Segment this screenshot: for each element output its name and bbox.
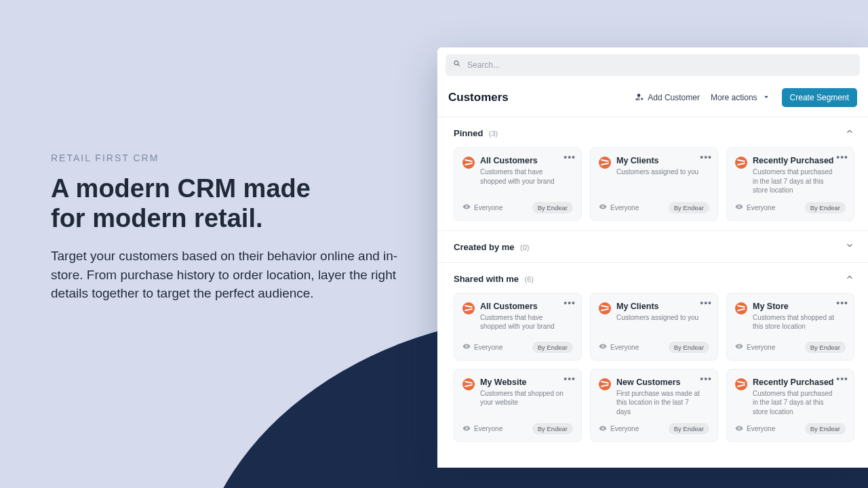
page-title: Customers (448, 91, 509, 104)
promo-eyebrow: RETAIL FIRST CRM (51, 152, 403, 163)
card-visibility: Everyone (735, 342, 775, 352)
segment-card[interactable]: ••• My Clients Customers assigned to you… (590, 147, 718, 221)
segment-card[interactable]: ••• Recently Purchased Customers that pu… (726, 369, 854, 443)
header-actions: Add Customer More actions Create Segment (634, 88, 857, 107)
card-title: My Store (753, 302, 836, 311)
card-more-button[interactable]: ••• (700, 373, 712, 384)
card-title: Recently Purchased (753, 156, 836, 165)
section-pinned-header[interactable]: Pinned (3) (454, 127, 854, 139)
segment-icon (599, 302, 611, 314)
card-badge: By Endear (532, 423, 573, 434)
chevron-down-icon (845, 241, 854, 253)
segment-icon (735, 302, 747, 314)
visibility-label: Everyone (747, 344, 775, 351)
eye-icon (735, 424, 743, 434)
section-shared-header[interactable]: Shared with me (6) (454, 272, 854, 285)
card-visibility: Everyone (462, 424, 502, 434)
visibility-label: Everyone (474, 344, 502, 351)
card-title: My Clients (616, 156, 700, 165)
card-more-button[interactable]: ••• (836, 373, 848, 384)
card-visibility: Everyone (735, 203, 775, 212)
eye-icon (599, 424, 607, 434)
segment-icon (735, 157, 747, 169)
eye-icon (462, 203, 471, 212)
visibility-label: Everyone (610, 425, 639, 432)
segment-card[interactable]: ••• My Clients Customers assigned to you… (590, 293, 718, 361)
segment-card[interactable]: ••• My Website Customers that shopped on… (454, 369, 582, 443)
segment-card[interactable]: ••• All Customers Customers that have sh… (454, 147, 582, 221)
eye-icon (735, 203, 743, 212)
visibility-label: Everyone (474, 425, 502, 432)
card-visibility: Everyone (599, 342, 639, 352)
card-badge: By Endear (805, 342, 846, 353)
segment-icon (735, 378, 747, 390)
card-badge: By Endear (532, 202, 573, 214)
chevron-up-icon (845, 127, 854, 139)
search-field-wrapper[interactable] (446, 54, 860, 76)
card-title: All Customers (480, 302, 564, 311)
card-more-button[interactable]: ••• (564, 298, 576, 308)
card-description: Customers assigned to you (616, 313, 700, 323)
visibility-label: Everyone (747, 425, 775, 432)
app-window: Customers Add Customer More actions Crea… (437, 47, 868, 468)
card-more-button[interactable]: ••• (700, 152, 712, 163)
card-more-button[interactable]: ••• (836, 298, 848, 308)
card-badge: By Endear (805, 202, 846, 214)
page-header: Customers Add Customer More actions Crea… (437, 76, 868, 117)
segment-icon (599, 157, 611, 169)
card-description: Customers that purchased in the last 7 d… (753, 167, 836, 195)
card-description: Customers that have shopped with your br… (480, 167, 564, 186)
eye-icon (599, 342, 607, 352)
card-visibility: Everyone (462, 342, 502, 352)
card-badge: By Endear (669, 342, 709, 353)
more-actions-button[interactable]: More actions (711, 92, 771, 104)
card-more-button[interactable]: ••• (564, 373, 576, 384)
promo-copy: RETAIL FIRST CRM A modern CRM made for m… (51, 152, 403, 303)
caret-down-icon (762, 92, 771, 104)
card-description: Customers that purchased in the last 7 d… (753, 389, 836, 417)
segment-card[interactable]: ••• Recently Purchased Customers that pu… (726, 147, 854, 221)
card-badge: By Endear (669, 202, 709, 214)
segment-icon (599, 378, 611, 390)
card-description: Customers that shopped at this store loc… (753, 313, 836, 331)
segment-card[interactable]: ••• My Store Customers that shopped at t… (726, 293, 854, 361)
card-description: First purchase was made at this location… (616, 389, 700, 417)
eye-icon (462, 424, 471, 434)
chevron-up-icon (845, 272, 854, 285)
create-segment-button[interactable]: Create Segment (782, 88, 857, 107)
visibility-label: Everyone (610, 344, 639, 351)
card-badge: By Endear (532, 342, 573, 353)
section-created-header[interactable]: Created by me (0) (454, 241, 854, 253)
card-title: My Clients (616, 302, 700, 311)
eye-icon (735, 342, 743, 352)
segment-icon (462, 157, 475, 169)
card-visibility: Everyone (599, 203, 639, 212)
card-title: New Customers (616, 378, 700, 387)
card-description: Customers assigned to you (616, 167, 700, 177)
promo-body: Target your customers based on their beh… (51, 247, 403, 303)
search-bar (437, 47, 868, 76)
search-input[interactable] (467, 60, 853, 70)
eye-icon (599, 203, 607, 212)
card-description: Customers that shopped on your website (480, 389, 564, 407)
card-title: All Customers (480, 156, 564, 165)
visibility-label: Everyone (610, 204, 639, 211)
section-pinned: Pinned (3) ••• All Customers Customers t… (437, 117, 868, 230)
segment-card[interactable]: ••• New Customers First purchase was mad… (590, 369, 718, 443)
segment-icon (462, 302, 475, 314)
card-badge: By Endear (805, 423, 846, 434)
segment-card[interactable]: ••• All Customers Customers that have sh… (454, 293, 582, 361)
card-visibility: Everyone (462, 203, 502, 212)
card-title: Recently Purchased (753, 378, 836, 387)
card-more-button[interactable]: ••• (700, 298, 712, 308)
card-title: My Website (480, 378, 564, 387)
card-more-button[interactable]: ••• (564, 152, 576, 163)
visibility-label: Everyone (747, 204, 775, 211)
visibility-label: Everyone (474, 204, 502, 211)
card-visibility: Everyone (735, 424, 775, 434)
add-customer-button[interactable]: Add Customer (634, 92, 700, 104)
card-visibility: Everyone (599, 424, 639, 434)
eye-icon (462, 342, 471, 352)
card-more-button[interactable]: ••• (836, 152, 848, 163)
promo-heading: A modern CRM made for modern retail. (51, 174, 403, 233)
